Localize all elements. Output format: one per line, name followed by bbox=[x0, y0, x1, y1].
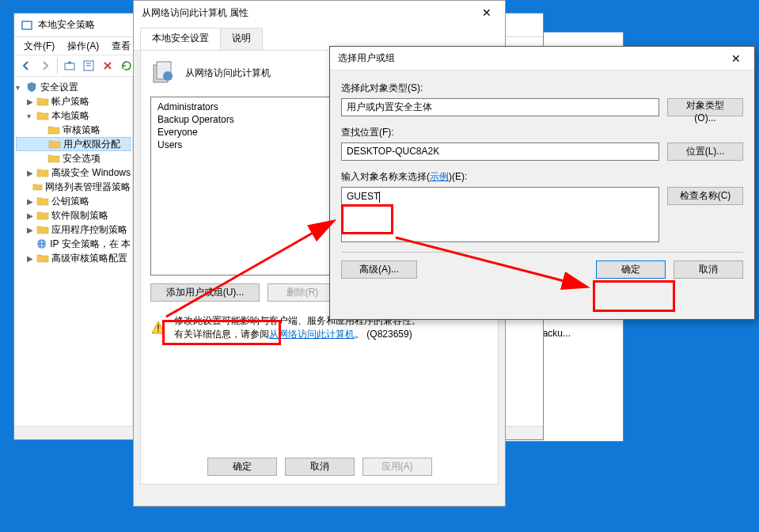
tree-view[interactable]: ▾ 安全设置 ▶帐户策略▾本地策略审核策略用户权限分配安全选项▶高级安全 Win… bbox=[14, 77, 133, 439]
properties-button[interactable] bbox=[80, 57, 97, 74]
window-title: 本地安全策略 bbox=[38, 18, 95, 32]
policy-icon bbox=[150, 60, 176, 86]
folder-icon bbox=[36, 196, 49, 207]
object-type-field: 用户或内置安全主体 bbox=[341, 98, 659, 116]
folder-icon bbox=[36, 167, 49, 178]
menu-view[interactable]: 查看 bbox=[107, 38, 135, 55]
apply-button: 应用(A) bbox=[362, 458, 432, 476]
tree-item[interactable]: 网络列表管理器策略 bbox=[16, 180, 131, 194]
tree-root[interactable]: ▾ 安全设置 bbox=[16, 80, 131, 94]
location-field: DESKTOP-QUC8A2K bbox=[341, 142, 659, 161]
check-names-button[interactable]: 检查名称(C) bbox=[667, 187, 743, 205]
tree-item[interactable]: IP 安全策略，在 本 bbox=[16, 237, 131, 251]
tree-item[interactable]: 安全选项 bbox=[16, 151, 131, 165]
tree-item[interactable]: ▶软件限制策略 bbox=[16, 208, 131, 222]
svg-rect-2 bbox=[65, 63, 74, 70]
tab-explain[interactable]: 说明 bbox=[220, 28, 263, 50]
back-button[interactable] bbox=[17, 57, 35, 74]
tree-item[interactable]: 审核策略 bbox=[16, 123, 131, 137]
tree-item[interactable]: ▶高级审核策略配置 bbox=[16, 251, 131, 265]
object-names-input[interactable]: GUEST bbox=[341, 187, 659, 242]
close-button[interactable]: ✕ bbox=[718, 47, 754, 70]
folder-icon bbox=[47, 124, 60, 135]
folder-icon bbox=[48, 139, 61, 150]
folder-icon bbox=[36, 210, 49, 221]
add-user-group-button[interactable]: 添加用户或组(U)... bbox=[150, 283, 260, 302]
ok-button[interactable]: 确定 bbox=[596, 260, 666, 279]
tree-item[interactable]: ▶公钥策略 bbox=[16, 194, 131, 208]
object-types-button[interactable]: 对象类型(O)... bbox=[667, 98, 743, 116]
svg-text:!: ! bbox=[157, 323, 159, 334]
select-user-group-dialog: 选择用户或组 ✕ 选择此对象类型(S): 用户或内置安全主体 对象类型(O)..… bbox=[329, 46, 755, 320]
remove-button: 删除(R) bbox=[268, 283, 337, 302]
cancel-button[interactable]: 取消 bbox=[674, 260, 743, 279]
cancel-button[interactable]: 取消 bbox=[285, 458, 355, 476]
tree-item[interactable]: ▶高级安全 Windows bbox=[16, 165, 131, 180]
svg-point-11 bbox=[163, 71, 173, 81]
folder-icon bbox=[36, 110, 49, 121]
folder-icon bbox=[47, 153, 60, 164]
folder-icon bbox=[32, 181, 43, 192]
menu-action[interactable]: 操作(A) bbox=[63, 38, 104, 55]
object-type-label: 选择此对象类型(S): bbox=[341, 82, 743, 95]
tree-item[interactable]: ▾本地策略 bbox=[16, 108, 131, 123]
examples-link[interactable]: 示例 bbox=[430, 171, 449, 182]
up-button[interactable] bbox=[61, 57, 78, 74]
shield-icon bbox=[25, 82, 38, 93]
dialog-title: 从网络访问此计算机 属性 bbox=[142, 6, 249, 20]
globe-icon bbox=[36, 238, 47, 249]
delete-button[interactable] bbox=[99, 57, 116, 74]
tree-item[interactable]: ▶应用程序控制策略 bbox=[16, 222, 131, 237]
tab-local-security[interactable]: 本地安全设置 bbox=[140, 28, 221, 50]
close-button[interactable]: ✕ bbox=[469, 1, 505, 25]
locations-button[interactable]: 位置(L)... bbox=[667, 142, 743, 161]
folder-icon bbox=[36, 96, 49, 107]
names-label: 输入对象名称来选择(示例)(E): bbox=[341, 170, 743, 184]
advanced-button[interactable]: 高级(A)... bbox=[341, 260, 417, 279]
dialog-title: 选择用户或组 bbox=[338, 51, 395, 65]
menu-file[interactable]: 文件(F) bbox=[19, 38, 59, 55]
ok-button[interactable]: 确定 bbox=[207, 458, 277, 476]
folder-icon bbox=[36, 224, 49, 235]
location-label: 查找位置(F): bbox=[341, 126, 743, 139]
warning-icon: ! bbox=[150, 314, 166, 341]
props-titlebar[interactable]: 从网络访问此计算机 属性 ✕ bbox=[134, 1, 505, 25]
tree-item[interactable]: 用户权限分配 bbox=[16, 137, 131, 151]
app-icon bbox=[21, 19, 33, 32]
forward-button[interactable] bbox=[36, 57, 54, 74]
folder-icon bbox=[36, 253, 49, 264]
select-titlebar[interactable]: 选择用户或组 ✕ bbox=[330, 47, 754, 70]
svg-rect-1 bbox=[23, 22, 31, 28]
help-link[interactable]: 从网络访问此计算机 bbox=[269, 329, 355, 340]
policy-name: 从网络访问此计算机 bbox=[185, 66, 271, 80]
tree-item[interactable]: ▶帐户策略 bbox=[16, 94, 131, 108]
